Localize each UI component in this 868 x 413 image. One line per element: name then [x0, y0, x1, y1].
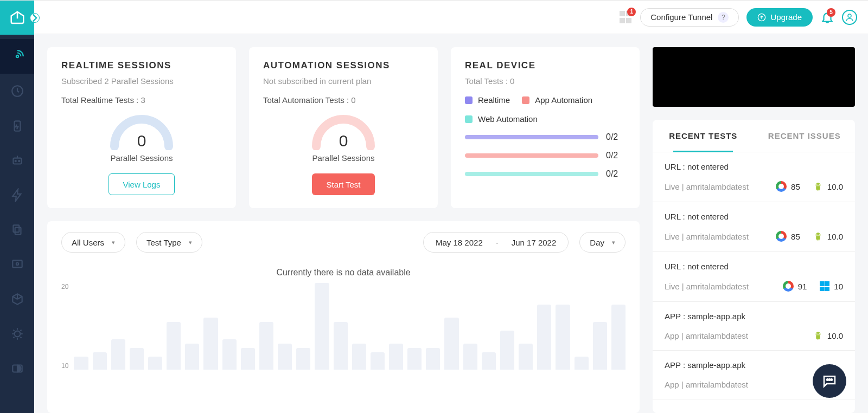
date-from: May 18 2022: [436, 238, 483, 247]
view-logs-button[interactable]: View Logs: [108, 173, 175, 195]
chart-bar: [111, 339, 125, 370]
avatar[interactable]: [842, 10, 857, 25]
chart-bars: [74, 283, 626, 370]
nav-bug[interactable]: [0, 317, 34, 351]
date-range-picker[interactable]: May 18 2022 - Jun 17 2022: [423, 232, 569, 253]
test-url: URL : not entered: [665, 212, 843, 221]
chart-bar: [556, 305, 570, 370]
tab-recent-tests[interactable]: RECENT TESTS: [653, 120, 754, 152]
android-icon: [813, 331, 823, 340]
logo[interactable]: [0, 1, 34, 35]
chart-bar: [593, 322, 607, 370]
chart-bar: [296, 348, 310, 370]
notifications-button[interactable]: 5: [820, 10, 834, 24]
svg-point-19: [819, 333, 820, 334]
test-item[interactable]: URL : not enteredLive | amritalambdatest…: [653, 152, 855, 202]
svg-point-9: [16, 263, 18, 265]
chevron-down-icon: ▾: [189, 239, 192, 246]
progress-realtime: 0/2: [465, 132, 626, 142]
real-device-card: REAL DEVICE Total Tests : 0 Realtime App…: [451, 47, 640, 208]
chart-bar: [482, 352, 496, 370]
chat-fab[interactable]: [813, 364, 846, 398]
nav-preview[interactable]: [0, 247, 34, 282]
svg-point-17: [819, 234, 820, 235]
chart-bar: [74, 357, 88, 370]
upgrade-button[interactable]: Upgrade: [746, 8, 813, 27]
date-dash: -: [496, 238, 499, 247]
chart-bar: [352, 344, 366, 370]
legend-web-automation: Web Automation: [465, 114, 538, 124]
granularity-dropdown[interactable]: Day▾: [579, 232, 626, 253]
topbar: 1 Configure Tunnel ? Upgrade 5: [34, 1, 868, 34]
chart-bar: [463, 344, 477, 370]
chrome-icon: [783, 281, 794, 292]
promo-banner: [653, 47, 855, 107]
realtime-subtitle: Subscribed 2 Parallel Sessions: [61, 76, 222, 86]
filter-type-dropdown[interactable]: Test Type▾: [136, 232, 202, 253]
start-test-button[interactable]: Start Test: [312, 173, 374, 195]
chart-bar: [222, 339, 237, 370]
browser-version: 85: [791, 232, 800, 241]
progress-web-automation: 0/2: [465, 169, 626, 179]
svg-point-23: [829, 379, 831, 380]
svg-point-4: [15, 160, 16, 162]
os-version: 10: [834, 282, 843, 291]
chart-bar: [334, 322, 348, 370]
nav-dashboard[interactable]: [0, 39, 34, 74]
chart-y-axis: 20 10: [61, 283, 74, 370]
chart-no-data: Currently there is no data available: [61, 268, 626, 278]
configure-tunnel-label: Configure Tunnel: [650, 12, 712, 22]
nav-cube[interactable]: [0, 282, 34, 317]
chart-bar: [426, 348, 440, 370]
automation-stat-label: Total Automation Tests :: [263, 95, 349, 105]
nav-battery[interactable]: [0, 108, 34, 143]
test-meta: Live | amritalambdatest9110: [665, 281, 843, 292]
chart-card: All Users▾ Test Type▾ May 18 2022 - Jun …: [47, 221, 640, 413]
chevron-down-icon: ▾: [612, 239, 615, 246]
apps-grid-icon[interactable]: 1: [620, 11, 633, 24]
test-url: APP : sample-app.apk: [665, 360, 843, 370]
test-item[interactable]: URL : not enteredLive | amritalambdatest…: [653, 252, 855, 302]
automation-gauge: 0: [308, 111, 379, 150]
realtime-gauge-value: 0: [106, 132, 177, 150]
svg-point-22: [827, 379, 828, 380]
svg-point-15: [819, 184, 820, 185]
chart-bar: [278, 344, 292, 370]
realtime-gauge-label: Parallel Sessions: [110, 153, 173, 163]
expand-sidebar-button[interactable]: [30, 13, 40, 23]
filter-users-dropdown[interactable]: All Users▾: [61, 232, 125, 253]
svg-point-13: [848, 14, 851, 17]
automation-stat-value: 0: [351, 95, 355, 105]
realtime-stat-value: 3: [141, 95, 145, 105]
upgrade-label: Upgrade: [770, 12, 802, 22]
android-icon: [813, 231, 823, 241]
configure-tunnel-button[interactable]: Configure Tunnel ?: [640, 8, 739, 27]
user-icon: [845, 12, 854, 22]
svg-point-24: [831, 379, 833, 380]
chart-bar: [519, 344, 533, 370]
os-version: 10.0: [827, 331, 843, 340]
nav-contrast[interactable]: [0, 351, 34, 386]
tab-recent-issues[interactable]: RECENT ISSUES: [754, 120, 856, 152]
nav-bolt[interactable]: [0, 178, 34, 212]
device-stat-label: Total Tests :: [465, 76, 508, 86]
realtime-gauge: 0: [106, 111, 177, 150]
chart-bar: [148, 357, 162, 370]
test-meta: Live | amritalambdatest8510.0: [665, 231, 843, 242]
chart-bar: [407, 348, 422, 370]
chart-bar: [93, 352, 107, 370]
chat-icon: [821, 373, 838, 389]
chart-bar: [389, 344, 403, 370]
test-item[interactable]: URL : not enteredLive | amritalambdatest…: [653, 202, 855, 252]
nav-copy[interactable]: [0, 212, 34, 247]
chrome-icon: [776, 231, 787, 242]
chart-bar: [203, 318, 218, 370]
realtime-title: REALTIME SESSIONS: [61, 60, 222, 71]
svg-rect-8: [12, 260, 22, 267]
date-to: Jun 17 2022: [512, 238, 557, 247]
nav-history[interactable]: [0, 74, 34, 108]
test-item[interactable]: APP : sample-app.apkApp | amritalambdate…: [653, 302, 855, 351]
chart-bar: [444, 318, 458, 370]
nav-robot[interactable]: [0, 143, 34, 178]
automation-gauge-label: Parallel Sessions: [312, 153, 374, 163]
